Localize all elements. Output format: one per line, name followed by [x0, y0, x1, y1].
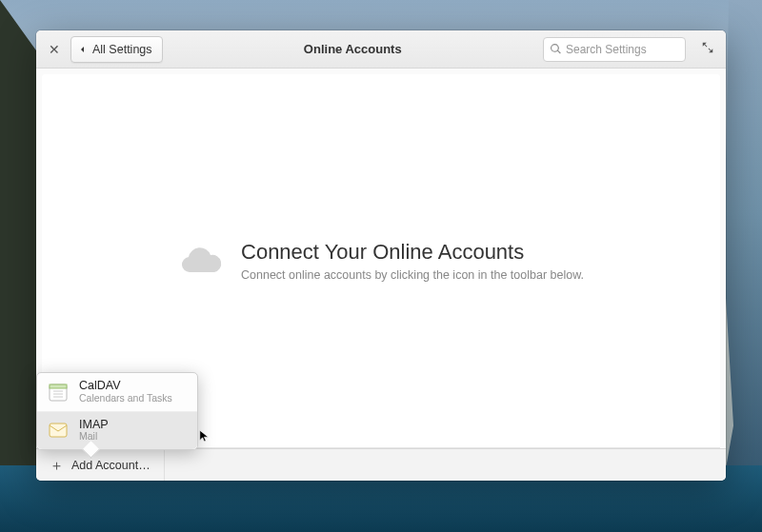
titlebar: ✕ All Settings Online Accounts [36, 30, 726, 69]
popover-item-imap[interactable]: IMAP Mail [37, 412, 197, 449]
plus-icon: ＋ [50, 458, 64, 472]
mail-icon [47, 419, 70, 442]
account-type-popover: CalDAV Calendars and Tasks IMAP Mail [36, 372, 198, 450]
footer-toolbar: ＋ Add Account… [36, 448, 726, 481]
empty-heading: Connect Your Online Accounts [241, 240, 584, 265]
close-button[interactable]: ✕ [44, 39, 65, 60]
settings-window: ✕ All Settings Online Accounts Connect Y… [36, 30, 726, 481]
search-input[interactable] [566, 43, 709, 56]
expand-icon [701, 41, 714, 54]
maximize-button[interactable] [697, 39, 718, 60]
back-button-label: All Settings [92, 43, 152, 56]
svg-rect-5 [50, 424, 67, 437]
search-icon [550, 43, 562, 55]
cloud-icon [178, 238, 224, 284]
close-icon: ✕ [49, 42, 60, 57]
window-title: Online Accounts [169, 42, 537, 56]
empty-subtext: Connect online accounts by clicking the … [241, 268, 584, 282]
svg-rect-1 [50, 384, 67, 388]
popover-item-title: CalDAV [79, 380, 172, 393]
popover-item-subtitle: Mail [79, 431, 109, 443]
add-account-button[interactable]: ＋ Add Account… [36, 449, 165, 481]
search-field-wrap[interactable] [543, 37, 686, 62]
popover-item-caldav[interactable]: CalDAV Calendars and Tasks [37, 373, 197, 411]
back-button[interactable]: All Settings [70, 36, 163, 63]
add-account-label: Add Account… [71, 459, 150, 472]
arrow-left-icon [77, 44, 89, 55]
popover-item-title: IMAP [79, 419, 109, 432]
popover-item-subtitle: Calendars and Tasks [79, 393, 172, 404]
calendar-icon [47, 381, 70, 404]
